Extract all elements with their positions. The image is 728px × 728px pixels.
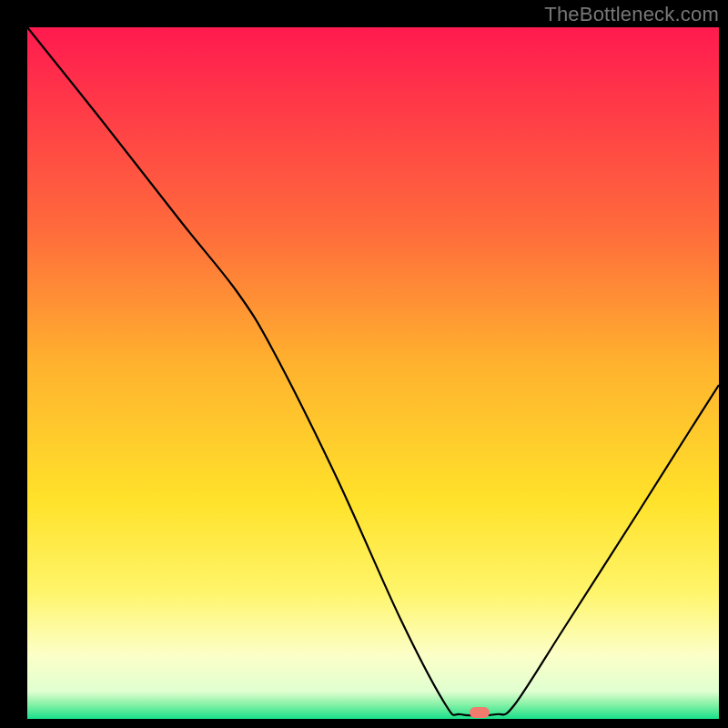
watermark-text: TheBottleneck.com [544, 3, 719, 26]
chart-container: TheBottleneck.com [0, 0, 728, 728]
chart-svg [0, 0, 728, 728]
plot-area [27, 27, 719, 719]
minimum-marker [470, 707, 490, 718]
